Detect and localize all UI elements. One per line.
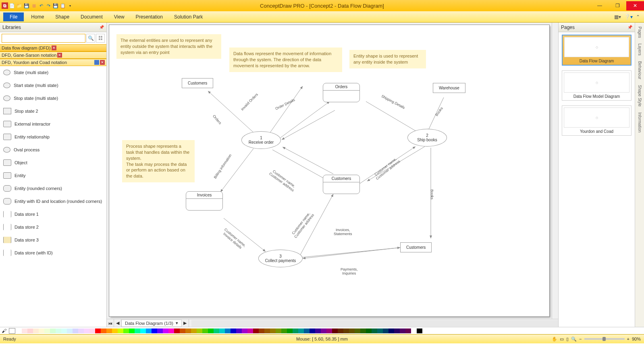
lib-item-entity-rounded[interactable]: Entity (rounded corners) [0,182,106,195]
color-swatch[interactable] [129,328,135,333]
page-tab-prev[interactable]: ◀ [114,319,121,327]
lib-item-oval-process[interactable]: Oval process [0,143,106,156]
color-swatch[interactable] [78,328,84,333]
lib-item-stop-state-2[interactable]: Stop state 2 [0,105,106,118]
color-swatch[interactable] [168,328,174,333]
side-tab-behaviour[interactable]: Behaviour [637,59,643,82]
fill-tool-icon[interactable]: 🖌 [2,328,8,334]
color-swatch[interactable] [135,328,140,333]
lib-item-datastore-id[interactable]: Data store (with ID) [0,246,106,259]
color-swatch[interactable] [400,328,405,333]
color-swatch[interactable] [298,328,304,333]
color-swatch[interactable] [349,328,355,333]
open-icon[interactable]: 📁 [16,2,23,9]
color-swatch[interactable] [326,328,332,333]
solution-park-menu[interactable]: Solution Park [168,11,208,23]
color-swatch[interactable] [343,328,349,333]
close-lib-icon[interactable]: ✕ [100,60,105,65]
app-icon[interactable]: ⧉ [2,2,8,9]
color-swatch[interactable] [106,328,112,333]
library-search-input[interactable] [2,34,85,43]
shape-menu[interactable]: Shape [50,11,75,23]
color-swatch[interactable] [264,328,270,333]
color-swatch[interactable] [417,328,422,333]
lib-group-gane-sarson[interactable]: DFD, Gane-Sarson notation ✕ [0,52,106,59]
collapse-ribbon-icon[interactable]: ⌃ [636,14,640,20]
qat-dropdown-icon[interactable]: ▾ [67,2,73,9]
layout-icon[interactable]: ▦▾ [614,14,621,20]
color-swatch[interactable] [146,328,152,333]
side-tab-shape-style[interactable]: Shape Style [637,83,643,109]
view-menu[interactable]: View [108,11,130,23]
side-tab-pages[interactable]: Pages [637,24,643,40]
fit-page-icon[interactable]: ▭ [560,337,564,342]
help-icon[interactable]: ❔▾ [624,14,633,20]
datastore-invoices[interactable]: Invoices [186,191,223,211]
color-swatch[interactable] [27,328,33,333]
process-receive-order[interactable]: 1Receive order [241,131,281,149]
color-swatch[interactable] [287,328,293,333]
hand-tool-icon[interactable]: ✋ [552,337,557,342]
color-swatch[interactable] [281,328,287,333]
color-swatch[interactable] [355,328,360,333]
diagram-canvas[interactable]: The external entities are used to repres… [109,25,549,316]
close-button[interactable]: ✕ [626,1,644,10]
color-swatch[interactable] [202,328,208,333]
document-menu[interactable]: Document [75,11,108,23]
lib-group-yourdon-coad[interactable]: DFD, Yourdon and Coad notation ✕ [0,59,106,66]
color-swatch[interactable] [219,328,225,333]
save-icon[interactable]: 💾 [23,2,30,9]
page-thumb-2[interactable]: ◇ Data Flow Model Diagram [562,70,632,101]
color-swatch[interactable] [394,328,400,333]
lib-item-external-interactor[interactable]: External interactor [0,118,106,130]
color-swatch[interactable] [411,328,417,333]
lib-item-entity-id-location[interactable]: Entity with ID and location (rounded cor… [0,195,106,208]
color-swatch[interactable] [253,328,259,333]
entity-customers-right[interactable]: Customers [400,242,432,252]
redo-icon[interactable]: ↷ [45,2,52,9]
file-menu[interactable]: File [3,12,24,21]
color-swatch[interactable] [372,328,377,333]
entity-warehouse[interactable]: Warehouse [433,83,465,93]
color-swatch[interactable] [89,328,95,333]
color-swatch[interactable] [140,328,146,333]
lib-item-datastore-1[interactable]: Data store 1 [0,208,106,221]
search-button[interactable]: 🔍 [86,34,95,43]
color-swatch[interactable] [310,328,315,333]
color-swatch[interactable] [225,328,231,333]
library-options-button[interactable]: ☷ [96,34,105,43]
page-thumb-3[interactable]: ◇ Yourdon and Coad [562,105,632,136]
color-swatch[interactable] [33,328,39,333]
color-swatch[interactable] [388,328,394,333]
color-swatch[interactable] [123,328,129,333]
lib-item-state[interactable]: State (multi state) [0,66,106,79]
color-swatch[interactable] [157,328,163,333]
color-swatch[interactable] [174,328,180,333]
process-ship-books[interactable]: 2Ship books [407,129,447,147]
datastore-orders[interactable]: Orders [323,83,360,102]
page-tab-next[interactable]: ▶ [182,319,189,327]
color-swatch[interactable] [180,328,185,333]
color-swatch[interactable] [214,328,219,333]
color-swatch[interactable] [185,328,191,333]
color-swatch[interactable] [22,328,27,333]
color-swatch[interactable] [377,328,383,333]
color-swatch[interactable] [197,328,202,333]
lib-item-datastore-3[interactable]: Data store 3 [0,233,106,246]
undo-icon[interactable]: ↶ [38,2,44,9]
color-swatch[interactable] [276,328,281,333]
zoom-slider[interactable] [584,338,625,340]
pin-icon[interactable]: 📌 [627,25,632,29]
color-swatch[interactable] [304,328,310,333]
restore-button[interactable]: ❐ [609,1,626,10]
close-lib-icon[interactable]: ✕ [57,53,62,58]
page-thumb-1[interactable]: ◇ Data Flow Diagram [562,35,632,66]
export-icon[interactable]: 📋 [60,2,66,9]
color-swatch[interactable] [259,328,264,333]
color-swatch[interactable] [236,328,242,333]
lib-item-entity[interactable]: Entity [0,169,106,182]
color-swatch[interactable] [118,328,123,333]
minimize-button[interactable]: — [591,1,609,10]
color-swatch[interactable] [383,328,388,333]
datastore-customers[interactable]: Customers [323,175,360,194]
